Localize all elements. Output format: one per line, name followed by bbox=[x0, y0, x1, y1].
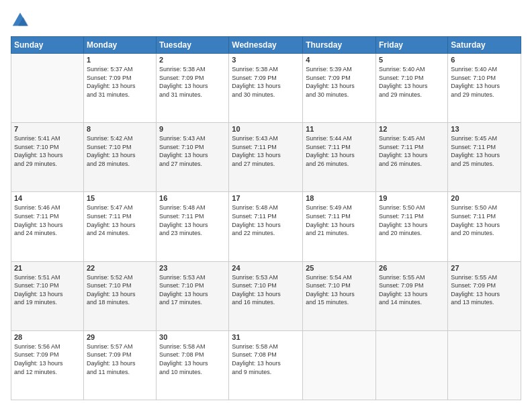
day-info: Sunrise: 5:53 AM Sunset: 7:10 PM Dayligh… bbox=[159, 273, 226, 307]
day-cell: 8Sunrise: 5:42 AM Sunset: 7:10 PM Daylig… bbox=[83, 123, 156, 192]
day-info: Sunrise: 5:41 AM Sunset: 7:10 PM Dayligh… bbox=[14, 134, 81, 168]
day-info: Sunrise: 5:55 AM Sunset: 7:09 PM Dayligh… bbox=[451, 273, 518, 307]
weekday-header-tuesday: Tuesday bbox=[157, 37, 229, 54]
day-cell: 27Sunrise: 5:55 AM Sunset: 7:09 PM Dayli… bbox=[448, 261, 521, 330]
day-info: Sunrise: 5:45 AM Sunset: 7:11 PM Dayligh… bbox=[379, 134, 445, 168]
day-info: Sunrise: 5:50 AM Sunset: 7:11 PM Dayligh… bbox=[379, 203, 445, 237]
day-cell: 24Sunrise: 5:53 AM Sunset: 7:10 PM Dayli… bbox=[229, 261, 303, 330]
day-number: 20 bbox=[451, 194, 518, 202]
day-number: 17 bbox=[232, 194, 300, 202]
day-number: 10 bbox=[232, 125, 300, 133]
day-number: 11 bbox=[306, 125, 373, 133]
day-cell: 25Sunrise: 5:54 AM Sunset: 7:10 PM Dayli… bbox=[303, 261, 376, 330]
day-cell: 12Sunrise: 5:45 AM Sunset: 7:11 PM Dayli… bbox=[376, 123, 448, 192]
day-cell: 7Sunrise: 5:41 AM Sunset: 7:10 PM Daylig… bbox=[11, 123, 84, 192]
weekday-header-friday: Friday bbox=[376, 37, 448, 54]
calendar-table: SundayMondayTuesdayWednesdayThursdayFrid… bbox=[11, 36, 521, 400]
day-info: Sunrise: 5:56 AM Sunset: 7:09 PM Dayligh… bbox=[14, 342, 81, 376]
day-cell: 21Sunrise: 5:51 AM Sunset: 7:10 PM Dayli… bbox=[11, 261, 84, 330]
day-cell: 20Sunrise: 5:50 AM Sunset: 7:11 PM Dayli… bbox=[448, 192, 521, 261]
weekday-header-sunday: Sunday bbox=[11, 37, 84, 54]
day-info: Sunrise: 5:49 AM Sunset: 7:11 PM Dayligh… bbox=[306, 203, 373, 237]
logo bbox=[11, 11, 32, 30]
day-cell: 2Sunrise: 5:38 AM Sunset: 7:09 PM Daylig… bbox=[157, 54, 229, 123]
day-cell: 23Sunrise: 5:53 AM Sunset: 7:10 PM Dayli… bbox=[157, 261, 229, 330]
day-cell bbox=[376, 330, 448, 400]
day-cell: 14Sunrise: 5:46 AM Sunset: 7:11 PM Dayli… bbox=[11, 192, 84, 261]
day-cell: 29Sunrise: 5:57 AM Sunset: 7:09 PM Dayli… bbox=[83, 330, 156, 400]
day-number: 18 bbox=[306, 194, 373, 202]
day-number: 3 bbox=[232, 56, 300, 64]
day-cell: 11Sunrise: 5:44 AM Sunset: 7:11 PM Dayli… bbox=[303, 123, 376, 192]
day-cell: 6Sunrise: 5:40 AM Sunset: 7:10 PM Daylig… bbox=[448, 54, 521, 123]
week-row-1: 7Sunrise: 5:41 AM Sunset: 7:10 PM Daylig… bbox=[11, 123, 521, 192]
day-number: 25 bbox=[306, 264, 373, 272]
logo-icon bbox=[11, 11, 30, 30]
day-info: Sunrise: 5:43 AM Sunset: 7:10 PM Dayligh… bbox=[159, 134, 226, 168]
day-info: Sunrise: 5:40 AM Sunset: 7:10 PM Dayligh… bbox=[451, 65, 518, 99]
day-cell: 3Sunrise: 5:38 AM Sunset: 7:09 PM Daylig… bbox=[229, 54, 303, 123]
day-info: Sunrise: 5:43 AM Sunset: 7:11 PM Dayligh… bbox=[232, 134, 300, 168]
day-cell: 16Sunrise: 5:48 AM Sunset: 7:11 PM Dayli… bbox=[157, 192, 229, 261]
week-row-0: 1Sunrise: 5:37 AM Sunset: 7:09 PM Daylig… bbox=[11, 54, 521, 123]
day-number: 16 bbox=[159, 194, 226, 202]
day-number: 21 bbox=[14, 264, 81, 272]
day-info: Sunrise: 5:38 AM Sunset: 7:09 PM Dayligh… bbox=[232, 65, 300, 99]
day-info: Sunrise: 5:44 AM Sunset: 7:11 PM Dayligh… bbox=[306, 134, 373, 168]
day-cell: 28Sunrise: 5:56 AM Sunset: 7:09 PM Dayli… bbox=[11, 330, 84, 400]
day-info: Sunrise: 5:58 AM Sunset: 7:08 PM Dayligh… bbox=[232, 342, 300, 376]
day-info: Sunrise: 5:53 AM Sunset: 7:10 PM Dayligh… bbox=[232, 273, 300, 307]
weekday-header-row: SundayMondayTuesdayWednesdayThursdayFrid… bbox=[11, 37, 521, 54]
day-info: Sunrise: 5:48 AM Sunset: 7:11 PM Dayligh… bbox=[159, 203, 226, 237]
day-info: Sunrise: 5:45 AM Sunset: 7:11 PM Dayligh… bbox=[451, 134, 518, 168]
weekday-header-saturday: Saturday bbox=[448, 37, 521, 54]
weekday-header-monday: Monday bbox=[83, 37, 156, 54]
day-number: 26 bbox=[379, 264, 445, 272]
day-number: 27 bbox=[451, 264, 518, 272]
day-info: Sunrise: 5:50 AM Sunset: 7:11 PM Dayligh… bbox=[451, 203, 518, 237]
day-cell: 4Sunrise: 5:39 AM Sunset: 7:09 PM Daylig… bbox=[303, 54, 376, 123]
day-cell: 13Sunrise: 5:45 AM Sunset: 7:11 PM Dayli… bbox=[448, 123, 521, 192]
day-number: 15 bbox=[87, 194, 153, 202]
day-info: Sunrise: 5:55 AM Sunset: 7:09 PM Dayligh… bbox=[379, 273, 445, 307]
day-cell: 30Sunrise: 5:58 AM Sunset: 7:08 PM Dayli… bbox=[157, 330, 229, 400]
week-row-4: 28Sunrise: 5:56 AM Sunset: 7:09 PM Dayli… bbox=[11, 330, 521, 400]
day-number: 23 bbox=[159, 264, 226, 272]
day-info: Sunrise: 5:39 AM Sunset: 7:09 PM Dayligh… bbox=[306, 65, 373, 99]
day-info: Sunrise: 5:54 AM Sunset: 7:10 PM Dayligh… bbox=[306, 273, 373, 307]
header bbox=[11, 11, 521, 30]
day-number: 7 bbox=[14, 125, 81, 133]
weekday-header-wednesday: Wednesday bbox=[229, 37, 303, 54]
day-info: Sunrise: 5:48 AM Sunset: 7:11 PM Dayligh… bbox=[232, 203, 300, 237]
day-number: 2 bbox=[159, 56, 226, 64]
day-cell: 17Sunrise: 5:48 AM Sunset: 7:11 PM Dayli… bbox=[229, 192, 303, 261]
day-number: 4 bbox=[306, 56, 373, 64]
day-number: 6 bbox=[451, 56, 518, 64]
day-number: 29 bbox=[87, 333, 153, 341]
day-number: 1 bbox=[87, 56, 153, 64]
day-info: Sunrise: 5:37 AM Sunset: 7:09 PM Dayligh… bbox=[87, 65, 153, 99]
day-cell: 5Sunrise: 5:40 AM Sunset: 7:10 PM Daylig… bbox=[376, 54, 448, 123]
day-cell: 31Sunrise: 5:58 AM Sunset: 7:08 PM Dayli… bbox=[229, 330, 303, 400]
day-number: 14 bbox=[14, 194, 81, 202]
day-cell bbox=[303, 330, 376, 400]
day-number: 8 bbox=[87, 125, 153, 133]
day-number: 30 bbox=[159, 333, 226, 341]
day-cell: 9Sunrise: 5:43 AM Sunset: 7:10 PM Daylig… bbox=[157, 123, 229, 192]
day-number: 31 bbox=[232, 333, 300, 341]
day-info: Sunrise: 5:42 AM Sunset: 7:10 PM Dayligh… bbox=[87, 134, 153, 168]
day-cell: 19Sunrise: 5:50 AM Sunset: 7:11 PM Dayli… bbox=[376, 192, 448, 261]
page: SundayMondayTuesdayWednesdayThursdayFrid… bbox=[0, 0, 532, 411]
day-number: 9 bbox=[159, 125, 226, 133]
day-cell: 18Sunrise: 5:49 AM Sunset: 7:11 PM Dayli… bbox=[303, 192, 376, 261]
day-info: Sunrise: 5:38 AM Sunset: 7:09 PM Dayligh… bbox=[159, 65, 226, 99]
day-info: Sunrise: 5:58 AM Sunset: 7:08 PM Dayligh… bbox=[159, 342, 226, 376]
day-info: Sunrise: 5:57 AM Sunset: 7:09 PM Dayligh… bbox=[87, 342, 153, 376]
day-info: Sunrise: 5:47 AM Sunset: 7:11 PM Dayligh… bbox=[87, 203, 153, 237]
day-number: 28 bbox=[14, 333, 81, 341]
day-cell bbox=[11, 54, 84, 123]
day-info: Sunrise: 5:40 AM Sunset: 7:10 PM Dayligh… bbox=[379, 65, 445, 99]
week-row-3: 21Sunrise: 5:51 AM Sunset: 7:10 PM Dayli… bbox=[11, 261, 521, 330]
day-number: 24 bbox=[232, 264, 300, 272]
day-cell: 22Sunrise: 5:52 AM Sunset: 7:10 PM Dayli… bbox=[83, 261, 156, 330]
